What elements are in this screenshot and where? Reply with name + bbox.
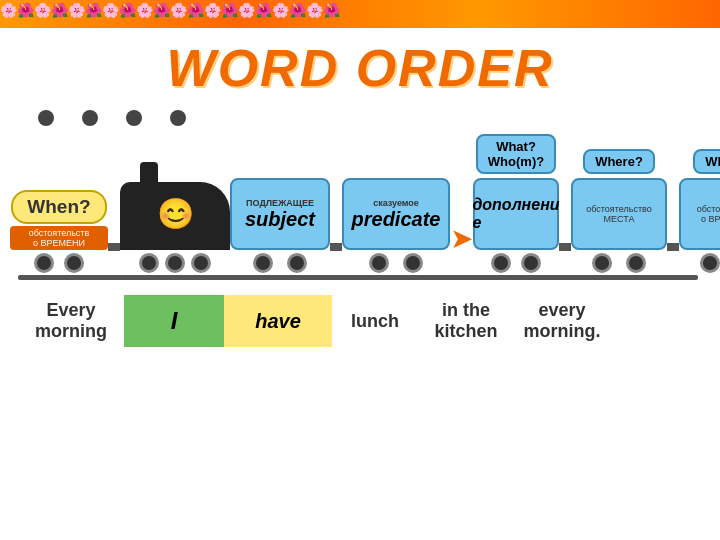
predicate-car: сказуемое predicate bbox=[342, 178, 450, 250]
wheel bbox=[491, 253, 511, 273]
wheel bbox=[139, 253, 159, 273]
sentence-word-1: Every morning bbox=[18, 292, 124, 350]
where-sublabel: обстоятельствоМЕСТА bbox=[586, 204, 651, 224]
wheel bbox=[165, 253, 185, 273]
loco-body: 😊 bbox=[120, 182, 230, 250]
wheel bbox=[521, 253, 541, 273]
connector bbox=[108, 243, 120, 251]
wheel bbox=[34, 253, 54, 273]
sentence-word-5: in the kitchen bbox=[418, 292, 514, 350]
sentence-row: Every morning I have lunch in the kitche… bbox=[18, 292, 702, 350]
loco-when-unit: When? обстоятельство ВРЕМЕНИ bbox=[10, 162, 108, 273]
subject-car: ПОДЛЕЖАЩЕЕ subject bbox=[230, 178, 330, 250]
locomotive-unit: 😊 bbox=[120, 154, 230, 273]
connector bbox=[667, 243, 679, 251]
sentence-word-4: lunch bbox=[332, 295, 418, 347]
top-decorative-bar bbox=[0, 0, 720, 28]
connector bbox=[330, 243, 342, 251]
when2-car-unit: When? обстоятельство ВРЕМЕНИ bbox=[679, 149, 720, 273]
dot-1 bbox=[38, 110, 54, 126]
page-title: WORD ORDER bbox=[0, 38, 720, 98]
connector bbox=[559, 243, 571, 251]
object-car: дополнение bbox=[473, 178, 559, 250]
predicate-car-unit: сказуемое predicate bbox=[342, 150, 450, 273]
track-line bbox=[18, 275, 698, 280]
when2-sublabel: обстоятельство ВРЕМЕНИ bbox=[697, 204, 720, 224]
subject-top-label: ПОДЛЕЖАЩЕЕ bbox=[246, 198, 314, 208]
when2-question-label: When? bbox=[693, 149, 720, 174]
wheel bbox=[403, 253, 423, 273]
predicate-main-label: predicate bbox=[352, 208, 441, 231]
subject-main-label: subject bbox=[245, 208, 315, 231]
wheel bbox=[64, 253, 84, 273]
wheel bbox=[369, 253, 389, 273]
arrow-icon: ➤ bbox=[450, 225, 473, 253]
dot-3 bbox=[126, 110, 142, 126]
chimney bbox=[140, 162, 158, 184]
wheel bbox=[592, 253, 612, 273]
sentence-word-2: I bbox=[124, 295, 224, 347]
where-car: обстоятельствоМЕСТА bbox=[571, 178, 667, 250]
dot-2 bbox=[82, 110, 98, 126]
sentence-word-3: have bbox=[224, 295, 332, 347]
predicate-top-label: сказуемое bbox=[373, 198, 419, 208]
wheel bbox=[253, 253, 273, 273]
object-car-unit: What?Who(m)? дополнение bbox=[473, 134, 559, 273]
wheel bbox=[626, 253, 646, 273]
wheel bbox=[700, 253, 720, 273]
wheel bbox=[191, 253, 211, 273]
dots-row bbox=[38, 110, 720, 126]
object-main-label: дополнение bbox=[472, 196, 559, 232]
smiley-icon: 😊 bbox=[157, 196, 194, 231]
when2-car: обстоятельство ВРЕМЕНИ bbox=[679, 178, 720, 250]
dot-4 bbox=[170, 110, 186, 126]
sentence-word-6: every morning. bbox=[514, 292, 610, 350]
where-question-label: Where? bbox=[583, 149, 655, 174]
where-car-unit: Where? обстоятельствоМЕСТА bbox=[571, 149, 667, 273]
when-sublabel: обстоятельство ВРЕМЕНИ bbox=[10, 226, 108, 250]
when-label: When? bbox=[11, 190, 106, 224]
wheel bbox=[287, 253, 307, 273]
object-question-label: What?Who(m)? bbox=[476, 134, 556, 174]
subject-car-unit: ПОДЛЕЖАЩЕЕ subject bbox=[230, 150, 330, 273]
